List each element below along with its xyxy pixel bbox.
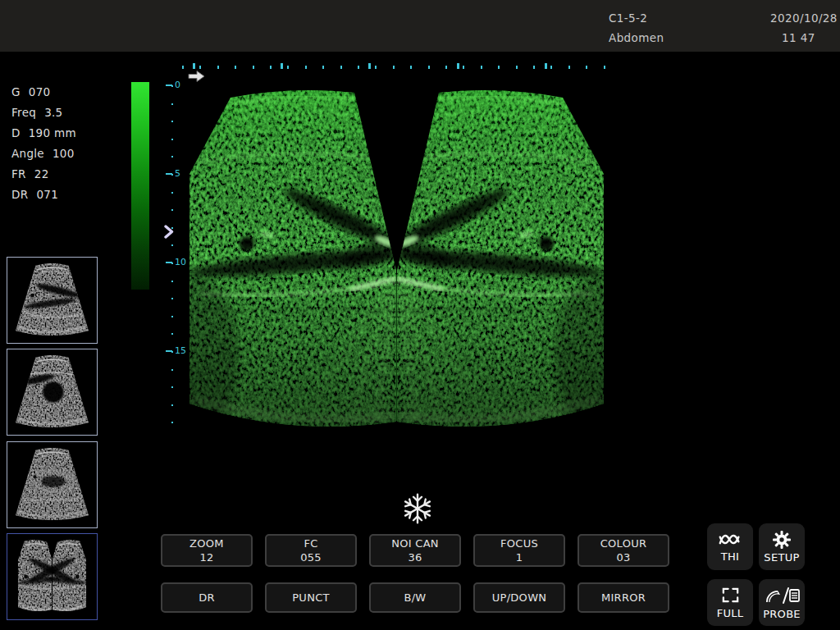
param-frame-rate: FR22 [11,163,76,184]
param-depth: D190 mm [11,122,76,143]
fc-button[interactable]: FC055 [265,534,357,567]
top-status-bar: C1-5-2 Abdomen 2020/10/28 11 47 [0,0,840,52]
width-ruler-major-ticks [193,63,550,69]
transducer-list-icon [764,586,800,605]
param-frequency: Freq3.5 [11,102,76,122]
acquisition-parameters: G070 Freq3.5 D190 mm Angle100 FR22 DR071 [11,81,76,204]
depth-label-0: 0 [175,80,180,91]
ultrasound-screen: C1-5-2 Abdomen 2020/10/28 11 47 G070 Fre… [0,0,840,630]
depth-tick-5 [166,173,172,175]
mirror-button[interactable]: MIRROR [578,582,669,613]
noise-cancel-button[interactable]: NOI CAN36 [369,534,461,567]
updown-button[interactable]: UP/DOWN [473,582,565,613]
exam-preset-label: Abdomen [609,31,664,44]
freeze-icon [402,493,433,524]
colour-button[interactable]: COLOUR03 [578,534,669,567]
setup-button[interactable]: SETUP [759,523,805,570]
fullscreen-corners-icon [721,586,740,605]
probe-model-label: C1-5-2 [609,11,647,25]
thumbnail-1-image [8,258,96,342]
bw-button[interactable]: B/W [369,582,461,613]
cursor-arrow-icon [188,70,206,83]
param-gain: G070 [11,81,76,102]
param-angle: Angle100 [11,143,76,163]
date-label: 2020/10/28 [770,11,838,25]
thumbnail-1[interactable] [7,257,98,344]
full-button[interactable]: FULL [707,579,753,626]
probe-button[interactable]: PROBE [759,579,805,626]
ultrasound-image[interactable] [182,84,611,427]
zoom-button[interactable]: ZOOM12 [161,534,253,567]
gain-colormap-bar [131,82,149,290]
depth-tick-15 [166,350,172,352]
double-sine-wave-icon [718,531,742,548]
thi-button[interactable]: THI [707,523,753,570]
depth-label-5: 5 [175,168,180,180]
focus-button[interactable]: FOCUS1 [473,534,565,567]
thumbnail-4-image [8,535,96,619]
time-label: 11 47 [782,31,815,44]
depth-tick-0 [166,84,172,86]
param-dynamic-range: DR071 [11,184,76,204]
thumbnail-4-selected[interactable] [7,533,98,620]
gear-icon [773,531,791,549]
thumbnail-2-image [8,350,96,434]
thumbnail-3-image [8,443,96,527]
thumbnail-3[interactable] [7,441,98,528]
thumbnail-2[interactable] [7,349,98,436]
depth-tick-10 [166,262,172,263]
punct-button[interactable]: PUNCT [265,582,357,613]
depth-ruler [171,85,173,423]
dr-button[interactable]: DR [161,582,253,613]
